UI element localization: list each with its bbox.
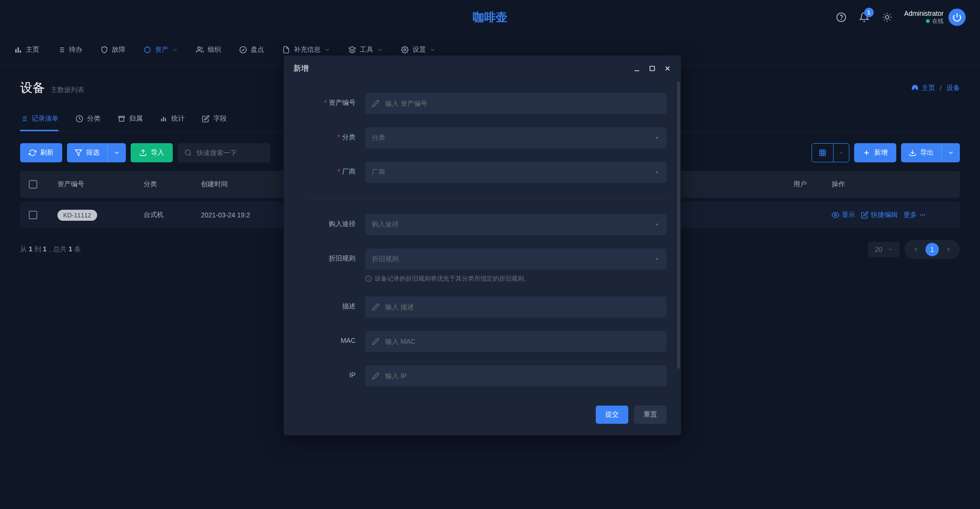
- notification-icon[interactable]: 1: [858, 11, 870, 23]
- label-depreciation: 折旧规则: [329, 254, 356, 262]
- reset-button[interactable]: 重置: [634, 406, 667, 424]
- tab-records[interactable]: 记录清单: [20, 108, 58, 131]
- nav-org[interactable]: 组织: [196, 45, 221, 54]
- dashboard-icon: [911, 84, 919, 92]
- edit-icon: [202, 115, 210, 123]
- shield-icon: [100, 46, 108, 54]
- tab-stats[interactable]: 统计: [160, 108, 185, 131]
- svg-marker-29: [75, 150, 81, 156]
- new-button[interactable]: 新增: [854, 143, 896, 162]
- svg-rect-26: [161, 119, 162, 121]
- action-edit[interactable]: 快捷编辑: [861, 211, 898, 219]
- refresh-button[interactable]: 刷新: [20, 143, 62, 162]
- filter-button[interactable]: 筛选: [67, 143, 126, 162]
- nav-fault[interactable]: 故障: [100, 45, 125, 54]
- page-next[interactable]: [942, 243, 955, 256]
- maximize-icon[interactable]: [648, 65, 656, 72]
- theme-toggle-icon[interactable]: [881, 11, 893, 23]
- label-asset-no: 资产编号: [329, 99, 356, 106]
- refresh-icon: [29, 149, 36, 157]
- ip-field[interactable]: [365, 365, 667, 386]
- svg-point-43: [922, 215, 923, 215]
- export-button[interactable]: 导出: [901, 143, 960, 162]
- asset-no-field[interactable]: [365, 93, 667, 114]
- label-desc: 描述: [342, 302, 356, 310]
- vendor-select[interactable]: 厂商: [365, 162, 667, 183]
- svg-point-31: [185, 150, 190, 155]
- category-select[interactable]: 分类: [365, 127, 667, 148]
- edit-icon: [861, 211, 869, 219]
- svg-marker-52: [656, 259, 658, 260]
- mac-field[interactable]: [365, 331, 667, 352]
- label-mac: MAC: [341, 337, 356, 344]
- tab-ownership[interactable]: 归属: [118, 108, 143, 131]
- tab-categories[interactable]: 分类: [76, 108, 100, 131]
- modal-scrollbar[interactable]: [677, 81, 680, 369]
- circle-icon: [144, 46, 151, 54]
- users-icon: [196, 46, 204, 54]
- col-user: 用户: [793, 180, 832, 189]
- caret-down-icon: [654, 170, 660, 175]
- col-category: 分类: [144, 180, 201, 189]
- help-icon[interactable]: [835, 11, 847, 23]
- modal-title: 新增: [293, 64, 309, 74]
- breadcrumb-home[interactable]: 主页: [911, 84, 935, 92]
- asset-chip[interactable]: KD-11112: [57, 210, 97, 221]
- search-field[interactable]: [197, 149, 264, 157]
- col-asset-no: 资产编号: [57, 180, 144, 189]
- svg-marker-15: [349, 46, 355, 50]
- action-show[interactable]: 显示: [832, 211, 855, 219]
- filter-dropdown-caret[interactable]: [107, 143, 126, 162]
- breadcrumb: 主页 / 设备: [911, 84, 960, 92]
- import-icon: [139, 149, 147, 157]
- page-1[interactable]: 1: [925, 243, 939, 256]
- nav-home[interactable]: 主页: [14, 45, 39, 54]
- page-size-select[interactable]: 20: [868, 242, 900, 257]
- nav-asset[interactable]: 资产: [144, 45, 178, 54]
- search-input[interactable]: [178, 143, 270, 162]
- tab-fields[interactable]: 字段: [202, 108, 227, 131]
- svg-rect-3: [15, 49, 17, 52]
- label-purchase: 购入途径: [329, 220, 356, 227]
- caret-down-icon: [654, 256, 660, 262]
- row-checkbox[interactable]: [29, 211, 37, 219]
- more-icon: [919, 212, 926, 218]
- search-icon: [184, 149, 192, 157]
- page-prev[interactable]: [909, 243, 923, 256]
- chart-icon: [160, 115, 167, 123]
- page-title: 设备: [20, 79, 45, 96]
- export-caret[interactable]: [941, 143, 960, 162]
- purchase-select[interactable]: 购入途径: [365, 214, 667, 235]
- select-all-checkbox[interactable]: [29, 180, 37, 189]
- home-bars-icon: [14, 46, 22, 54]
- svg-point-42: [920, 215, 921, 215]
- import-button[interactable]: 导入: [131, 143, 173, 162]
- action-more[interactable]: 更多: [903, 211, 926, 219]
- power-button[interactable]: [948, 9, 966, 26]
- view-toggle[interactable]: [812, 143, 849, 162]
- nav-supplement[interactable]: 补充信息: [282, 45, 330, 54]
- depreciation-select[interactable]: 折旧规则: [365, 249, 667, 270]
- col-action: 操作: [832, 180, 951, 189]
- view-caret[interactable]: [833, 144, 849, 162]
- download-icon: [909, 149, 916, 157]
- submit-button[interactable]: 提交: [596, 406, 628, 424]
- nav-tool[interactable]: 工具: [348, 45, 383, 54]
- nav-todo[interactable]: 待办: [57, 45, 82, 54]
- svg-rect-27: [163, 117, 164, 121]
- check-circle-icon: [239, 46, 247, 54]
- svg-point-44: [924, 215, 925, 215]
- svg-rect-5: [20, 50, 21, 53]
- desc-field[interactable]: [365, 296, 667, 317]
- brand-logo: 咖啡壶: [473, 11, 507, 23]
- svg-point-2: [885, 15, 889, 19]
- chevron-down-icon: [172, 47, 178, 53]
- nav-check[interactable]: 盘点: [239, 45, 264, 54]
- file-icon: [282, 46, 290, 54]
- minimize-icon[interactable]: [633, 65, 641, 72]
- svg-rect-4: [18, 47, 19, 52]
- chevron-up-icon: [887, 247, 893, 252]
- svg-rect-33: [820, 150, 825, 156]
- nav-setting[interactable]: 设置: [401, 45, 435, 54]
- close-icon[interactable]: [664, 65, 671, 72]
